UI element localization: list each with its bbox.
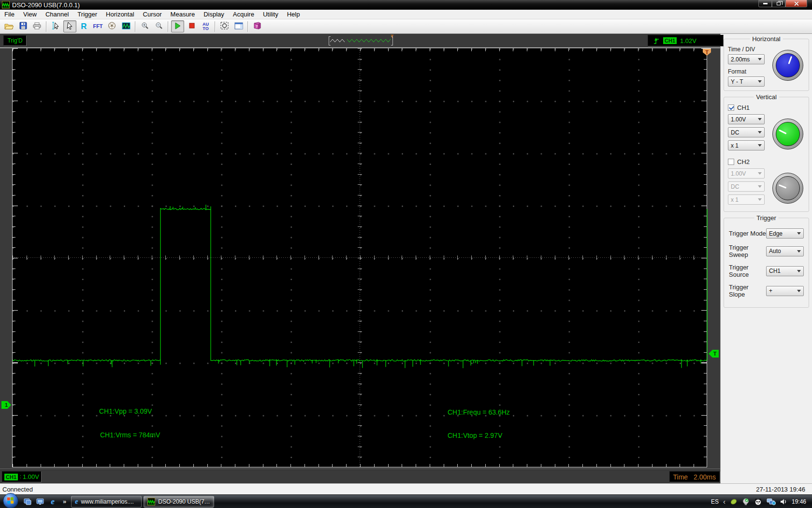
- refresh-button[interactable]: R: [77, 20, 90, 32]
- trigger-source-value: CH1: [769, 268, 781, 274]
- internet-explorer-icon: e: [51, 497, 55, 506]
- ch1-position-knob[interactable]: [772, 119, 803, 149]
- language-indicator[interactable]: ES: [711, 498, 719, 505]
- ch2-coupling-select[interactable]: DC: [728, 181, 765, 192]
- restore-button[interactable]: [772, 0, 785, 7]
- rising-edge-icon: [653, 37, 660, 45]
- scope-top-bar: Trig'D T CH1 1.02V: [0, 34, 720, 48]
- auto-setup-button[interactable]: AU TO: [199, 20, 212, 32]
- zoom-out-button[interactable]: [152, 20, 165, 32]
- ch1-volts-select[interactable]: 1.00V: [728, 114, 765, 124]
- ch2-position-knob[interactable]: [772, 173, 803, 204]
- svg-text:?: ?: [256, 24, 258, 29]
- status-bar: Connected 27-11-2013 19:46: [0, 483, 812, 494]
- taskbar-button-label: DSO-2090 USB(7.0.0....: [158, 498, 210, 505]
- dropdown-arrow-icon: [758, 144, 762, 147]
- taskbar-button-browser[interactable]: e www.miliamperios....: [71, 496, 142, 508]
- help-contents-button[interactable]: ?: [251, 20, 264, 32]
- menu-item-acquire[interactable]: Acquire: [229, 10, 259, 19]
- zoom-in-button[interactable]: [138, 20, 151, 32]
- ch2-probe-select[interactable]: x 1: [728, 194, 765, 205]
- menu-item-channel[interactable]: Channel: [41, 10, 73, 19]
- ch1-badge: CH1: [4, 474, 18, 480]
- network-tray-icon[interactable]: [767, 498, 776, 506]
- menu-item-help[interactable]: Help: [283, 10, 304, 19]
- cursor-measure-icon: [52, 22, 60, 31]
- app-icon: [2, 1, 10, 9]
- record-icon: [108, 22, 116, 31]
- menu-item-display[interactable]: Display: [199, 10, 229, 19]
- ch2-checkbox[interactable]: [728, 159, 734, 165]
- minimize-button[interactable]: [758, 0, 772, 7]
- taskbar-button-dso[interactable]: DSO-2090 USB(7.0.0....: [144, 496, 214, 508]
- menu-item-file[interactable]: File: [0, 10, 19, 19]
- close-button[interactable]: [785, 0, 807, 7]
- start-button[interactable]: [171, 20, 184, 32]
- menu-item-cursor[interactable]: Cursor: [139, 10, 166, 19]
- horizontal-position-knob[interactable]: [772, 50, 803, 81]
- quicklaunch-overflow[interactable]: »: [63, 498, 66, 505]
- show-desktop-shortcut[interactable]: [22, 496, 33, 508]
- ch1-probe-select[interactable]: x 1: [728, 140, 765, 150]
- menu-item-horizontal[interactable]: Horizontal: [102, 10, 139, 19]
- monitor-icon: [36, 498, 44, 505]
- waveform-window-button[interactable]: [119, 20, 132, 32]
- trigger-source-select[interactable]: CH1: [766, 266, 804, 276]
- tray-clock[interactable]: 19:46: [792, 498, 806, 505]
- stop-icon: [189, 23, 195, 30]
- print-button[interactable]: [30, 20, 44, 32]
- trigger-channel-badge: CH1: [663, 37, 677, 44]
- trigger-level-marker[interactable]: T: [709, 350, 719, 358]
- format-select[interactable]: Y - T: [728, 76, 765, 87]
- menu-item-utility[interactable]: Utility: [259, 10, 283, 19]
- time-div-select[interactable]: 2.00ms: [728, 54, 765, 64]
- ch1-coupling-select[interactable]: DC: [728, 127, 765, 137]
- trigger-slope-select[interactable]: +: [766, 286, 804, 296]
- auto-setup-icon: AU TO: [203, 22, 209, 31]
- internet-explorer-shortcut[interactable]: e: [47, 496, 58, 508]
- ch1-ground-marker[interactable]: 1: [1, 401, 11, 409]
- panda-antivirus-tray-icon[interactable]: [754, 498, 762, 506]
- trigger-sweep-row: Trigger SweepAuto: [729, 244, 804, 258]
- select-arrow-button[interactable]: [63, 20, 76, 32]
- volume-tray-icon[interactable]: [780, 498, 787, 505]
- menu-item-view[interactable]: View: [19, 10, 41, 19]
- open-file-icon: [4, 22, 14, 31]
- ch1-checkbox[interactable]: [728, 105, 734, 111]
- dso-application-window: DSO-2090 USB(7.0.0.1) FileViewChannelTri…: [0, 0, 812, 508]
- fft-button[interactable]: FFT: [91, 20, 104, 32]
- window-layout-button[interactable]: [232, 20, 245, 32]
- tray-expand-chevron[interactable]: ‹: [723, 497, 725, 506]
- record-button[interactable]: [105, 20, 118, 32]
- trigger-mode-label: Trigger Mode: [729, 230, 766, 237]
- restore-icon: [777, 2, 781, 5]
- toolbar: RFFTAU TO?: [0, 19, 812, 34]
- trigger-sweep-select[interactable]: Auto: [766, 246, 804, 256]
- horizontal-group-title: Horizontal: [750, 35, 783, 43]
- ch2-volts-select[interactable]: 1.00V: [728, 168, 765, 179]
- vertical-group: Vertical CH1 1.00V DC x 1: [724, 97, 809, 212]
- title-bar: DSO-2090 USB(7.0.0.1): [0, 0, 812, 10]
- open-file-button[interactable]: [2, 20, 15, 32]
- dropdown-arrow-icon: [797, 232, 801, 235]
- record-preview[interactable]: T: [329, 36, 393, 46]
- system-tray: ES ‹ 19:46: [711, 497, 812, 506]
- self-calibration-button[interactable]: [218, 20, 231, 32]
- time-div-value: 2.00ms: [694, 473, 716, 481]
- cursor-measure-button[interactable]: [49, 20, 62, 32]
- connection-status: Connected: [0, 486, 33, 493]
- preview-left-bracket: [329, 36, 331, 45]
- trigger-mode-select[interactable]: Edge: [766, 228, 804, 239]
- trigger-source-row: Trigger SourceCH1: [729, 264, 804, 278]
- security-badge-tray-icon[interactable]: [742, 498, 750, 506]
- trigger-status: Trig'D: [3, 35, 27, 46]
- select-arrow-icon: [67, 22, 73, 31]
- leaf-tray-icon[interactable]: [730, 498, 738, 506]
- menu-item-trigger[interactable]: Trigger: [73, 10, 102, 19]
- trigger-status-text: Trig'D: [7, 37, 22, 44]
- window-switcher-shortcut[interactable]: [35, 496, 45, 508]
- stop-button[interactable]: [185, 20, 198, 32]
- save-button[interactable]: [16, 20, 29, 32]
- menu-item-measure[interactable]: Measure: [166, 10, 200, 19]
- start-button[interactable]: [3, 493, 18, 508]
